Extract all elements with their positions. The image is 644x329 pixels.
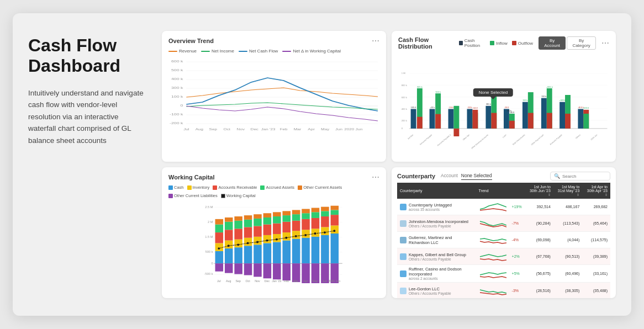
svg-text:-335 k: -335 k — [467, 107, 473, 109]
cp-name-cell: Kappes, Gilbert and Bell Group Others / … — [397, 248, 476, 265]
working-capital-menu-icon[interactable]: ⋯ — [372, 173, 379, 182]
svg-text:Jul: Jul — [183, 128, 189, 131]
svg-text:+920 k: +920 k — [559, 99, 566, 102]
jun-cell: 392,514 — [526, 199, 553, 215]
cashflow-menu-icon[interactable]: ⋯ — [601, 39, 609, 47]
may-cell: (38,305) — [553, 283, 582, 299]
may-cell: (60,496) — [553, 265, 582, 283]
svg-rect-184 — [312, 218, 320, 229]
svg-text:-100 k: -100 k — [170, 112, 183, 116]
col-may[interactable]: 1st May to31st May '23 ⇕ — [553, 183, 582, 199]
svg-text:800 k: 800 k — [402, 84, 408, 87]
apr-cell: (35,488) — [582, 283, 610, 299]
svg-text:2020 Jun: 2020 Jun — [328, 279, 340, 283]
cp-tab-none-selected[interactable]: None Selected — [461, 173, 492, 180]
svg-rect-129 — [234, 221, 242, 229]
svg-rect-155 — [273, 234, 281, 242]
svg-rect-53 — [453, 106, 459, 129]
table-row: Lee-Gordon LLC Others / Accounts Payable — [397, 283, 610, 299]
overview-header: Overview Trend ⋯ — [168, 36, 379, 45]
cp-tab-account[interactable]: Account — [441, 173, 458, 180]
svg-rect-161 — [282, 241, 291, 264]
working-capital-legend: Cash Inventory Accounts Receivable Accru… — [168, 185, 379, 198]
svg-rect-196 — [331, 234, 339, 263]
counterparty-search[interactable]: 🔍 — [550, 172, 610, 181]
wc-legend-accrued: Accrued Assets — [260, 185, 294, 190]
overview-menu-icon[interactable]: ⋯ — [372, 36, 379, 45]
svg-text:Nov: Nov — [237, 128, 245, 131]
svg-rect-164 — [282, 215, 291, 222]
svg-rect-122 — [225, 222, 233, 230]
cf-legend-position: Cash Position — [459, 38, 485, 48]
col-apr[interactable]: 1st Apr to30th Apr '23 ⇕ — [582, 183, 610, 199]
svg-rect-198 — [331, 215, 339, 225]
wc-legend-other-liab: Other Current Liabilities — [168, 193, 218, 198]
svg-rect-54 — [453, 129, 459, 136]
svg-text:Apr: Apr — [308, 128, 315, 131]
svg-rect-119 — [225, 248, 233, 263]
svg-text:Dec: Dec — [251, 128, 259, 131]
svg-text:May: May — [312, 279, 318, 283]
svg-rect-175 — [302, 238, 310, 263]
svg-rect-126 — [234, 247, 242, 263]
svg-rect-197 — [331, 225, 339, 234]
svg-rect-124 — [225, 263, 233, 273]
svg-rect-115 — [215, 225, 224, 233]
pct-cell: +19% — [509, 199, 526, 215]
by-category-button[interactable]: By Category — [567, 36, 596, 50]
svg-rect-71 — [522, 102, 528, 129]
svg-text:Jul: Jul — [217, 279, 221, 283]
svg-text:Mar: Mar — [293, 279, 298, 283]
trend-cell — [476, 199, 509, 215]
svg-rect-193 — [321, 207, 329, 211]
svg-text:600 k: 600 k — [402, 96, 408, 99]
trend-cell — [476, 265, 509, 283]
svg-rect-113 — [215, 243, 224, 251]
svg-text:Oct: Oct — [224, 128, 231, 131]
search-icon: 🔍 — [554, 173, 560, 179]
svg-text:-500 k: -500 k — [204, 272, 213, 275]
jun-cell: (28,516) — [526, 283, 553, 299]
cp-avatar — [400, 270, 407, 277]
svg-rect-134 — [244, 238, 252, 246]
svg-text:May: May — [321, 128, 330, 131]
may-cell: (113,543) — [553, 215, 582, 232]
svg-rect-159 — [273, 263, 281, 279]
cashflow-tooltip: None Selected — [473, 88, 513, 99]
legend-revenue: Revenue — [168, 49, 197, 54]
svg-rect-154 — [273, 242, 281, 263]
working-capital-header: Working Capital ⋯ — [168, 173, 379, 182]
svg-rect-177 — [302, 219, 310, 230]
cp-avatar — [400, 237, 407, 243]
col-jun[interactable]: 1st Jun to30th Jun '23 ⇕ — [526, 183, 553, 199]
svg-rect-171 — [292, 214, 300, 221]
svg-rect-79 — [547, 113, 552, 129]
svg-text:Mar: Mar — [294, 128, 302, 131]
cf-legend-inflow: Inflow — [490, 41, 508, 46]
table-row: Johnston-Mendosa Incorporated Others / A… — [397, 215, 610, 232]
svg-rect-189 — [321, 235, 329, 263]
svg-text:105.6: 105.6 — [411, 106, 416, 109]
trend-cell — [476, 248, 509, 265]
svg-rect-55 — [467, 109, 473, 128]
svg-rect-178 — [302, 213, 310, 219]
svg-text:0: 0 — [402, 127, 403, 130]
search-input[interactable] — [562, 174, 606, 179]
svg-text:2020 Jun: 2020 Jun — [344, 128, 362, 131]
svg-rect-169 — [292, 231, 300, 239]
svg-rect-75 — [541, 98, 547, 129]
svg-rect-176 — [302, 230, 310, 238]
svg-text:-194 k: -194 k — [448, 107, 454, 109]
pct-cell: -4% — [509, 232, 526, 248]
svg-rect-50 — [435, 114, 441, 129]
svg-text:1 M: 1 M — [402, 72, 406, 75]
col-trend: Trend — [476, 183, 509, 199]
svg-text:300 k: 300 k — [171, 86, 183, 89]
svg-text:Feb: Feb — [284, 279, 289, 283]
svg-text:Other Revenue Accounts: Other Revenue Accounts — [471, 134, 489, 149]
svg-text:Apr: Apr — [303, 279, 308, 283]
by-account-button[interactable]: By Account — [539, 36, 566, 50]
svg-rect-114 — [215, 232, 224, 243]
svg-text:500 k: 500 k — [205, 250, 213, 253]
counterparty-header: Counterparty Account None Selected 🔍 — [397, 172, 610, 181]
